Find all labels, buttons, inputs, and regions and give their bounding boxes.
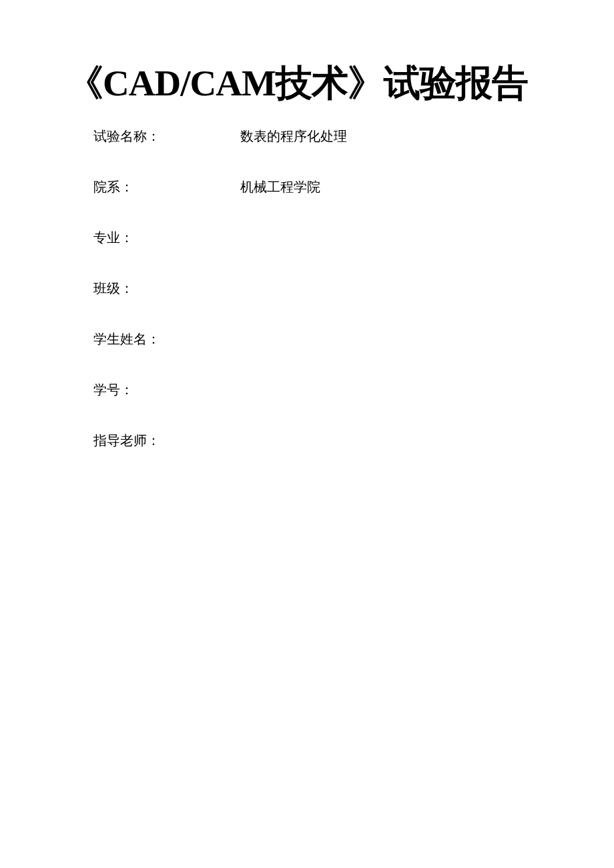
field-label-student-name: 学生姓名： [93,330,234,348]
field-row: 班级： [93,279,547,298]
field-value-experiment-name: 数表的程序化处理 [234,127,347,145]
field-row: 院系： 机械工程学院 [93,177,547,196]
cover-fields: 试验名称： 数表的程序化处理 院系： 机械工程学院 专业： 班级： 学生姓名： … [67,127,547,450]
document-title: 《CAD/CAM技术》试验报告 [67,59,547,108]
field-row: 指导老师： [93,431,547,450]
title-latin: CAD/CAM [103,63,276,103]
field-row: 试验名称： 数表的程序化处理 [93,127,547,145]
field-label-class: 班级： [93,279,234,298]
field-label-major: 专业： [93,228,234,247]
title-cn: 技术》试验报告 [276,63,528,103]
field-label-department: 院系： [93,177,234,196]
field-label-student-id: 学号： [93,380,234,399]
field-label-experiment-name: 试验名称： [93,127,234,145]
field-row: 学号： [93,380,547,399]
field-row: 专业： [93,228,547,247]
document-page: 《CAD/CAM技术》试验报告 试验名称： 数表的程序化处理 院系： 机械工程学… [0,0,614,450]
field-label-instructor: 指导老师： [93,431,234,450]
title-prefix: 《 [67,63,103,103]
field-value-department: 机械工程学院 [234,177,320,196]
field-row: 学生姓名： [93,330,547,348]
